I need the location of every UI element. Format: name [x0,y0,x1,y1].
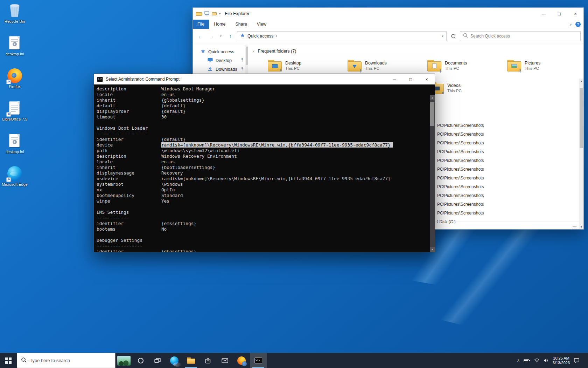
frequent-folders-header[interactable]: ∨ Frequent folders (7) [252,49,296,54]
folder-tile-desktop[interactable]: DesktopThis PC [268,57,345,74]
desktop-icon-recycle-bin[interactable]: Recycle Bin [1,3,29,30]
cmd-window-controls: – □ × [386,74,435,84]
speaker-icon[interactable] [544,358,549,363]
close-button[interactable]: × [567,8,583,20]
view-toggle-buttons [572,225,579,229]
scroll-down-icon[interactable]: ▼ [579,224,583,229]
tab-file[interactable]: File [193,20,209,29]
recent-file-path[interactable]: PC\Pictures\Screenshots [437,191,484,200]
recent-file-path[interactable]: PC\Pictures\Screenshots [437,130,484,139]
pin-icon [359,69,362,74]
up-button[interactable]: ↑ [226,32,235,41]
scroll-down-icon[interactable]: ▼ [430,247,435,252]
taskbar-search-input[interactable] [30,358,111,363]
taskbar-edge-button[interactable] [166,353,183,368]
local-disk-item[interactable]: l Disk (C:) [437,218,456,226]
recent-file-path[interactable]: PC\Pictures\Screenshots [437,139,484,148]
edge-icon [170,356,178,365]
recent-file-path[interactable]: PC\Pictures\Screenshots [437,174,484,183]
qat-customize-chevron-icon[interactable]: ▾ [219,12,221,15]
tab-share[interactable]: Share [231,20,252,29]
taskbar-store-button[interactable] [200,353,216,368]
taskbar-firefox-button[interactable] [233,353,250,368]
sidebar-item-label: Desktop [216,58,232,63]
tab-view[interactable]: View [252,20,271,29]
recent-file-path[interactable]: PC\Pictures\Screenshots [437,209,484,218]
terminal-text: description Windows Boot Manager locale … [97,86,215,148]
news-interests-icon [117,356,131,366]
help-icon[interactable]: ? [575,22,581,27]
sidebar-item-downloads[interactable]: Downloads [193,65,249,74]
taskbar-widgets-button[interactable] [115,353,132,368]
qat-new-folder-icon[interactable] [212,11,217,16]
cmd-scrollbar[interactable]: ▲ ▼ [430,95,435,252]
quick-access-toolbar: ▾ [196,11,221,17]
search-input[interactable] [470,34,578,39]
recent-file-path[interactable]: PC\Pictures\Screenshots [437,183,484,191]
scroll-up-icon[interactable]: ▲ [579,79,583,83]
folder-tile-videos[interactable]: VideosThis PC [430,80,507,96]
taskbar-mail-button[interactable] [216,353,233,368]
command-prompt-window: Select Administrator: Command Prompt – □… [93,74,435,252]
terminal-body[interactable]: description Windows Boot Manager locale … [94,84,435,252]
tab-home[interactable]: Home [209,20,230,29]
search-icon [463,33,468,39]
details-view-icon[interactable] [572,225,578,229]
recent-file-path[interactable]: PC\Pictures\Screenshots [437,165,484,174]
desktop-icon-desktop-ini-1[interactable]: desktop.ini [1,35,29,63]
minimize-button[interactable]: – [535,8,551,20]
minimize-button[interactable]: – [386,74,402,84]
scrollbar-thumb[interactable] [430,102,434,126]
breadcrumb[interactable]: Quick access [247,34,273,39]
folder-tile-pictures[interactable]: PicturesThis PC [507,57,579,74]
sidebar-item-desktop[interactable]: Desktop [193,56,249,65]
refresh-button[interactable] [449,32,458,41]
desktop-icon-desktop-ini-2[interactable]: desktop.ini [1,133,29,161]
section-collapse-icon[interactable]: ∨ [252,49,255,53]
tray-chevron-up-icon[interactable]: ∧ [517,358,520,363]
scrollbar-thumb[interactable] [580,88,583,148]
cmd-window-title: Select Administrator: Command Prompt [106,77,180,82]
windows-logo-icon [5,357,12,364]
taskbar-task-view-button[interactable] [149,353,166,368]
close-button[interactable]: × [419,74,435,84]
ribbon-collapse-icon[interactable]: ∨ [569,23,572,26]
folder-tile-downloads[interactable]: DownloadsThis PC [348,57,425,74]
desktop-icon-libreoffice[interactable]: LibreOffice 7.5 [1,101,29,128]
qat-properties-icon[interactable] [204,11,209,16]
recent-locations-chevron-icon[interactable]: ▾ [218,32,224,41]
folder-tile-documents[interactable]: DocumentsThis PC [427,57,504,74]
scroll-up-icon[interactable]: ▲ [430,95,435,100]
taskbar-file-explorer-button[interactable] [183,353,200,368]
desktop-icon-microsoft-edge[interactable]: Microsoft Edge [1,166,29,193]
battery-icon[interactable] [524,359,530,362]
taskbar-clock[interactable]: 10:25 AM 6/13/2023 [553,356,570,365]
cmd-titlebar[interactable]: Select Administrator: Command Prompt – □… [94,74,435,84]
recent-file-path[interactable]: PC\Pictures\Screenshots [437,121,484,130]
action-center-icon[interactable] [574,358,580,363]
maximize-button[interactable]: □ [402,74,419,84]
forward-button[interactable]: → [207,32,216,41]
explorer-titlebar[interactable]: ▾ File Explorer – □ × [193,8,583,20]
taskbar-command-prompt-button[interactable] [250,353,267,368]
taskbar-cortana-button[interactable] [132,353,149,368]
scrollbar-thumb[interactable] [246,47,248,65]
recent-file-path[interactable]: PC\Pictures\Screenshots [437,148,484,156]
recent-file-path[interactable]: PC\Pictures\Screenshots [437,200,484,209]
address-dropdown-icon[interactable]: ▾ [442,34,443,38]
taskbar-search-box[interactable] [17,353,115,368]
recent-file-path[interactable]: PC\Pictures\Screenshots [437,156,484,165]
desktop-icon-label: Recycle Bin [5,19,25,24]
desktop-icon-firefox[interactable]: Firefox [1,68,29,95]
breadcrumb-separator[interactable]: › [276,34,277,39]
sidebar-item-quick-access[interactable]: Quick access [193,47,249,56]
start-button[interactable] [0,353,17,368]
address-box[interactable]: Quick access › ▾ [237,31,447,41]
maximize-button[interactable]: □ [551,8,567,20]
explorer-scrollbar[interactable]: ▲ ▼ [579,79,583,229]
quick-access-star-icon [201,49,205,55]
file-explorer-icon [187,357,195,364]
back-button[interactable]: ← [196,32,205,41]
explorer-search-box[interactable] [460,31,581,41]
network-wifi-icon[interactable] [534,358,540,363]
